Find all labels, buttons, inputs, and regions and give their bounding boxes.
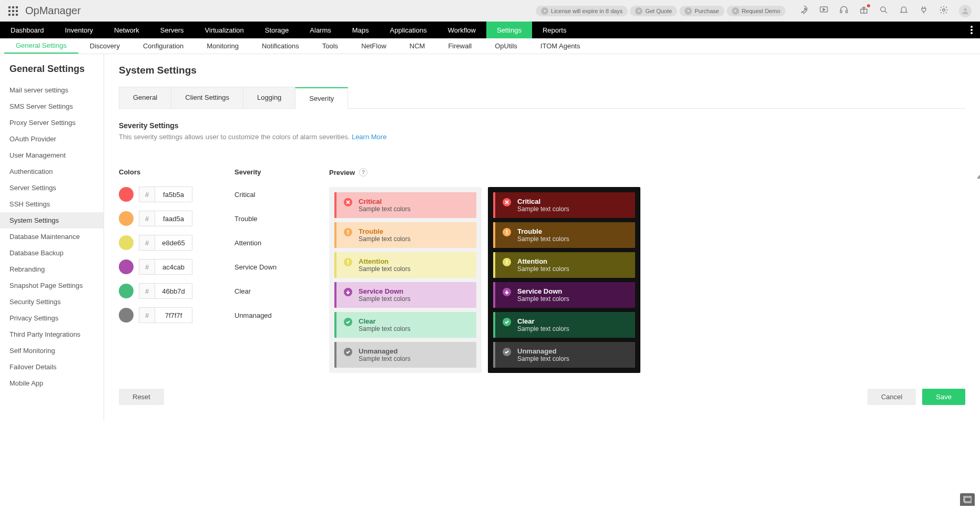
top-pill-0[interactable]: •License will expire in 8 days bbox=[536, 6, 628, 16]
search-icon[interactable] bbox=[879, 5, 889, 16]
cancel-button[interactable]: Cancel bbox=[867, 389, 916, 405]
sidebar-snapshot-page-settings[interactable]: Snapshot Page Settings bbox=[0, 277, 104, 294]
sidebar-ssh-settings[interactable]: SSH Settings bbox=[0, 196, 104, 212]
swatch-service-down[interactable] bbox=[119, 259, 134, 274]
settings-tabs: GeneralClient SettingsLoggingSeverity bbox=[119, 87, 965, 109]
sidebar-mail-server-settings[interactable]: Mail server settings bbox=[0, 82, 104, 98]
mainnav-inventory[interactable]: Inventory bbox=[55, 22, 104, 38]
swatch-unmanaged[interactable] bbox=[119, 308, 134, 323]
reset-button[interactable]: Reset bbox=[119, 389, 164, 405]
mainnav-settings[interactable]: Settings bbox=[486, 22, 532, 38]
subnav-discovery[interactable]: Discovery bbox=[78, 38, 131, 54]
mainnav-virtualization[interactable]: Virtualization bbox=[195, 22, 254, 38]
svg-rect-2 bbox=[840, 11, 842, 13]
swatch-trouble[interactable] bbox=[119, 211, 134, 226]
x-icon bbox=[344, 198, 352, 206]
settings-sidebar: General Settings Mail server settingsSMS… bbox=[0, 54, 104, 421]
subnav-firewall[interactable]: Firewall bbox=[436, 38, 483, 54]
subnav-notifications[interactable]: Notifications bbox=[250, 38, 311, 54]
severity-header: Severity bbox=[234, 168, 298, 176]
sidebar-privacy-settings[interactable]: Privacy Settings bbox=[0, 310, 104, 326]
top-pill-1[interactable]: •Get Quote bbox=[630, 6, 677, 16]
rocket-icon[interactable] bbox=[799, 5, 809, 16]
card-title: Clear bbox=[517, 317, 569, 325]
color-row-clear: # bbox=[119, 283, 203, 299]
sidebar-oauth-provider[interactable]: OAuth Provider bbox=[0, 131, 104, 147]
gear-icon[interactable] bbox=[939, 5, 948, 16]
mainnav-dashboard[interactable]: Dashboard bbox=[0, 22, 55, 38]
top-pill-3[interactable]: •Request Demo bbox=[727, 6, 785, 16]
gift-icon[interactable] bbox=[859, 5, 869, 16]
sidebar-self-monitoring[interactable]: Self Monitoring bbox=[0, 342, 104, 359]
mainnav-maps[interactable]: Maps bbox=[342, 22, 380, 38]
sidebar-server-settings[interactable]: Server Settings bbox=[0, 180, 104, 196]
sidebar-system-settings[interactable]: System Settings bbox=[0, 212, 104, 228]
mainnav-network[interactable]: Network bbox=[104, 22, 150, 38]
sidebar-security-settings[interactable]: Security Settings bbox=[0, 294, 104, 310]
mainnav-reports[interactable]: Reports bbox=[532, 22, 577, 38]
hex-input-clear[interactable] bbox=[155, 284, 192, 298]
card-title: Attention bbox=[359, 257, 411, 265]
tab-severity[interactable]: Severity bbox=[295, 87, 348, 109]
hex-input-critical[interactable] bbox=[155, 187, 192, 202]
tab-general[interactable]: General bbox=[119, 87, 171, 108]
hex-input-unmanaged[interactable] bbox=[155, 308, 192, 323]
svg-point-9 bbox=[971, 29, 973, 31]
svg-rect-16 bbox=[506, 233, 507, 234]
mainnav-storage[interactable]: Storage bbox=[254, 22, 300, 38]
user-avatar[interactable] bbox=[959, 5, 972, 17]
swatch-clear[interactable] bbox=[119, 284, 134, 298]
swatch-critical[interactable] bbox=[119, 187, 134, 202]
card-title: Critical bbox=[359, 198, 411, 205]
subnav-general-settings[interactable]: General Settings bbox=[4, 38, 78, 54]
sidebar-mobile-app[interactable]: Mobile App bbox=[0, 375, 104, 391]
svg-rect-3 bbox=[846, 11, 848, 13]
subnav-configuration[interactable]: Configuration bbox=[131, 38, 195, 54]
subnav-ncm[interactable]: NCM bbox=[398, 38, 437, 54]
mainnav-applications[interactable]: Applications bbox=[380, 22, 437, 38]
preview-card-dark-clear: ClearSample text colors bbox=[493, 312, 635, 338]
subnav-oputils[interactable]: OpUtils bbox=[483, 38, 529, 54]
mainnav-servers[interactable]: Servers bbox=[150, 22, 195, 38]
tab-logging[interactable]: Logging bbox=[243, 87, 295, 108]
svg-point-5 bbox=[881, 7, 885, 12]
save-button[interactable]: Save bbox=[922, 389, 965, 405]
more-menu-icon[interactable] bbox=[963, 22, 980, 38]
sidebar-third-party-integrations[interactable]: Third Party Integrations bbox=[0, 326, 104, 342]
sidebar-database-backup[interactable]: Database Backup bbox=[0, 245, 104, 261]
subnav-itom-agents[interactable]: ITOM Agents bbox=[529, 38, 592, 54]
headset-icon[interactable] bbox=[839, 5, 849, 16]
preview-card-light-critical: CriticalSample text colors bbox=[334, 192, 476, 218]
plug-icon[interactable] bbox=[919, 5, 928, 16]
sidebar-authentication[interactable]: Authentication bbox=[0, 163, 104, 180]
hex-input-trouble[interactable] bbox=[155, 211, 192, 226]
swatch-attention[interactable] bbox=[119, 235, 134, 250]
preview-card-light-trouble: TroubleSample text colors bbox=[334, 222, 476, 248]
hex-input-attention[interactable] bbox=[155, 235, 192, 250]
sidebar-failover-details[interactable]: Failover Details bbox=[0, 359, 104, 375]
subnav-monitoring[interactable]: Monitoring bbox=[195, 38, 250, 54]
sidebar-user-management[interactable]: User Management bbox=[0, 147, 104, 163]
mainnav-alarms[interactable]: Alarms bbox=[299, 22, 341, 38]
preview-card-dark-attention: AttentionSample text colors bbox=[493, 252, 635, 278]
svg-rect-17 bbox=[506, 260, 507, 263]
sidebar-database-maintenance[interactable]: Database Maintenance bbox=[0, 228, 104, 245]
sidebar-proxy-server-settings[interactable]: Proxy Server Settings bbox=[0, 115, 104, 131]
brand-title: OpManager bbox=[25, 5, 81, 17]
hex-input-service-down[interactable] bbox=[155, 259, 192, 274]
subnav-netflow[interactable]: NetFlow bbox=[350, 38, 398, 54]
learn-more-link[interactable]: Learn More bbox=[352, 133, 386, 141]
card-subtitle: Sample text colors bbox=[517, 235, 569, 243]
subnav-tools[interactable]: Tools bbox=[311, 38, 350, 54]
sidebar-sms-server-settings[interactable]: SMS Server Settings bbox=[0, 98, 104, 115]
monitor-play-icon[interactable] bbox=[819, 5, 829, 16]
tab-client-settings[interactable]: Client Settings bbox=[171, 87, 243, 108]
apps-grid-icon[interactable] bbox=[8, 6, 18, 16]
bell-icon[interactable] bbox=[899, 5, 908, 16]
check-icon bbox=[344, 348, 352, 356]
preview-help-icon[interactable]: ? bbox=[359, 168, 368, 176]
top-pill-2[interactable]: •Purchase bbox=[679, 6, 724, 16]
hex-prefix: # bbox=[139, 235, 155, 250]
sidebar-rebranding[interactable]: Rebranding bbox=[0, 261, 104, 277]
mainnav-workflow[interactable]: Workflow bbox=[437, 22, 486, 38]
